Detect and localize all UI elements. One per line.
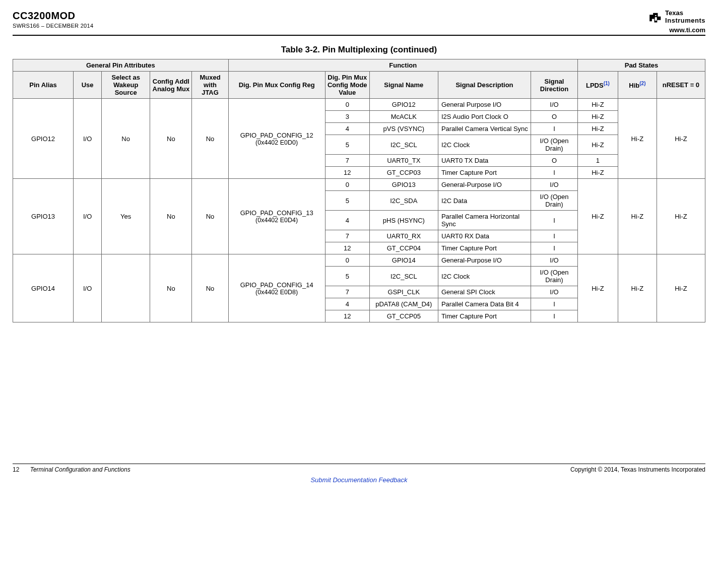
func-lpds: Hi-Z — [577, 135, 618, 155]
col-signal: Signal Name — [369, 72, 438, 99]
pin-lpds: Hi-Z — [577, 179, 618, 254]
func-dir: I — [531, 230, 578, 242]
func-desc: Parallel Camera Horizontal Sync — [438, 211, 531, 230]
func-mode: 12 — [325, 167, 369, 179]
pin-lpds: Hi-Z — [577, 254, 618, 322]
pin-use: I/O — [74, 179, 102, 254]
col-nreset: nRESET = 0 — [657, 72, 705, 99]
func-desc: I2C Clock — [438, 267, 531, 286]
header-left: CC3200MOD SWRS166 – DECEMBER 2014 — [13, 10, 93, 29]
func-dir: I/O — [531, 179, 578, 191]
func-lpds: Hi-Z — [577, 123, 618, 135]
func-desc: Timer Capture Port — [438, 167, 531, 179]
col-use: Use — [74, 72, 102, 99]
pin-hib: Hi-Z — [618, 179, 657, 254]
col-reg: Dig. Pin Mux Config Reg — [228, 72, 325, 99]
func-signal: pVS (VSYNC) — [369, 123, 438, 135]
func-mode: 5 — [325, 267, 369, 286]
func-lpds: Hi-Z — [577, 111, 618, 123]
func-desc: UART0 TX Data — [438, 155, 531, 167]
pin-addl-mux: No — [150, 254, 192, 322]
col-dir: Signal Direction — [531, 72, 578, 99]
table-row: GPIO12I/ONoNoNoGPIO_PAD_CONFIG_12(0x4402… — [13, 99, 705, 111]
pin-jtag: No — [192, 254, 228, 322]
brand-name: Texas — [665, 10, 705, 16]
func-signal: GPIO13 — [369, 179, 438, 191]
func-mode: 7 — [325, 230, 369, 242]
col-addl-mux: Config Addl Analog Mux — [150, 72, 192, 99]
group-header-general: General Pin Attributes — [13, 59, 229, 72]
func-dir: I/O — [531, 99, 578, 111]
func-mode: 7 — [325, 286, 369, 298]
pin-jtag: No — [192, 99, 228, 179]
table-body: GPIO12I/ONoNoNoGPIO_PAD_CONFIG_12(0x4402… — [13, 99, 705, 322]
pin-config-reg: GPIO_PAD_CONFIG_12(0x4402 E0D0) — [228, 99, 325, 179]
pin-wakeup — [102, 254, 150, 322]
func-mode: 3 — [325, 111, 369, 123]
pin-nreset: Hi-Z — [657, 99, 705, 179]
pin-hib: Hi-Z — [618, 99, 657, 179]
submit-feedback-link[interactable]: Submit Documentation Feedback — [310, 476, 407, 484]
func-signal: UART0_RX — [369, 230, 438, 242]
func-desc: Timer Capture Port — [438, 310, 531, 322]
col-wakeup: Select as Wakeup Source — [102, 72, 150, 99]
func-signal: UART0_TX — [369, 155, 438, 167]
pin-wakeup: No — [102, 99, 150, 179]
func-signal: I2C_SCL — [369, 135, 438, 155]
func-signal: I2C_SDA — [369, 191, 438, 211]
table-head: General Pin Attributes Function Pad Stat… — [13, 59, 705, 99]
page-number: 12 — [13, 466, 19, 473]
func-desc: Parallel Camera Data Bit 4 — [438, 298, 531, 310]
func-dir: I/O (Open Drain) — [531, 135, 578, 155]
func-desc: General-Purpose I/O — [438, 254, 531, 267]
func-signal: McACLK — [369, 111, 438, 123]
func-dir: I — [531, 242, 578, 254]
header-url[interactable]: www.ti.com — [669, 26, 705, 34]
group-header-function: Function — [228, 59, 577, 72]
col-mode: Dig. Pin Mux Config Mode Value — [325, 72, 369, 99]
pin-alias: GPIO13 — [13, 179, 74, 254]
func-signal: GSPI_CLK — [369, 286, 438, 298]
func-signal: pDATA8 (CAM_D4) — [369, 298, 438, 310]
func-desc: General SPI Clock — [438, 286, 531, 298]
func-desc: UART0 RX Data — [438, 230, 531, 242]
svg-rect-1 — [655, 17, 657, 21]
func-mode: 12 — [325, 242, 369, 254]
func-signal: GPIO14 — [369, 254, 438, 267]
func-mode: 4 — [325, 211, 369, 230]
func-desc: General-Purpose I/O — [438, 179, 531, 191]
group-header-pad: Pad States — [577, 59, 705, 72]
pin-alias: GPIO14 — [13, 254, 74, 322]
pin-use: I/O — [74, 99, 102, 179]
func-signal: GT_CCP05 — [369, 310, 438, 322]
func-dir: I — [531, 298, 578, 310]
func-lpds: Hi-Z — [577, 167, 618, 179]
func-mode: 7 — [325, 155, 369, 167]
func-dir: I — [531, 167, 578, 179]
func-dir: I/O — [531, 254, 578, 267]
func-signal: I2C_SCL — [369, 267, 438, 286]
func-mode: 5 — [325, 135, 369, 155]
table-row: GPIO14I/ONoNoGPIO_PAD_CONFIG_14(0x4402 E… — [13, 254, 705, 267]
footer-section: Terminal Configuration and Functions — [30, 466, 130, 473]
pin-use: I/O — [74, 254, 102, 322]
func-dir: I — [531, 211, 578, 230]
col-pin-alias: Pin Alias — [13, 72, 74, 99]
func-dir: I — [531, 310, 578, 322]
pin-addl-mux: No — [150, 179, 192, 254]
pin-jtag: No — [192, 179, 228, 254]
func-desc: General Purpose I/O — [438, 99, 531, 111]
func-dir: I/O (Open Drain) — [531, 191, 578, 211]
footer-copyright: Copyright © 2014, Texas Instruments Inco… — [570, 466, 705, 473]
func-dir: I/O (Open Drain) — [531, 267, 578, 286]
func-desc: I2C Clock — [438, 135, 531, 155]
func-desc: I2S Audio Port Clock O — [438, 111, 531, 123]
func-signal: GT_CCP03 — [369, 167, 438, 179]
func-desc: Parallel Camera Vertical Sync — [438, 123, 531, 135]
func-lpds: Hi-Z — [577, 99, 618, 111]
pin-config-reg: GPIO_PAD_CONFIG_14(0x4402 E0D8) — [228, 254, 325, 322]
page-footer: 12 Terminal Configuration and Functions … — [13, 464, 705, 484]
func-lpds: 1 — [577, 155, 618, 167]
func-dir: O — [531, 155, 578, 167]
svg-point-0 — [655, 15, 657, 17]
